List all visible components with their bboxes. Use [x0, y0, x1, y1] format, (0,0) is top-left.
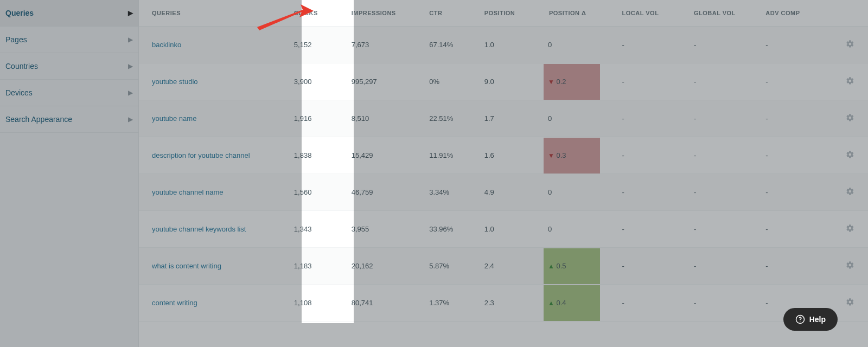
cell-position: 9.0 — [479, 63, 544, 100]
cell-ctr: 11.91% — [424, 137, 479, 174]
cell-ctr: 3.34% — [424, 174, 479, 211]
sidebar-item-label: Queries — [5, 9, 34, 17]
cell-query: youtube channel name — [139, 174, 289, 211]
cell-actions — [832, 248, 868, 285]
cell-impressions: 80,741 — [346, 285, 424, 322]
cell-query: description for youtube channel — [139, 137, 289, 174]
cell-clicks: 1,183 — [289, 248, 346, 285]
cell-ctr: 22.51% — [424, 100, 479, 137]
cell-actions — [832, 63, 868, 100]
table-row: what is content writing1,18320,1625.87%2… — [139, 248, 868, 285]
gear-icon[interactable] — [846, 42, 854, 50]
cell-query: youtube name — [139, 100, 289, 137]
query-link[interactable]: what is content writing — [152, 262, 221, 270]
cell-actions — [832, 27, 868, 63]
cell-local-vol: - — [617, 211, 688, 248]
cell-global-vol: - — [688, 137, 760, 174]
help-button[interactable]: Help — [783, 308, 838, 331]
query-link[interactable]: youtube channel keywords list — [152, 225, 246, 233]
cell-impressions: 20,162 — [346, 248, 424, 285]
cell-actions — [832, 137, 868, 174]
sidebar-item-label: Devices — [5, 88, 33, 97]
cell-position: 2.3 — [479, 285, 544, 322]
table-row: youtube studio3,900995,2970%9.0▼ 0.2--- — [139, 63, 868, 100]
gear-icon[interactable] — [846, 189, 854, 197]
cell-adv-comp: - — [760, 100, 832, 137]
query-link[interactable]: youtube channel name — [152, 188, 224, 196]
cell-query: what is content writing — [139, 248, 289, 285]
cell-actions — [832, 285, 868, 322]
cell-local-vol: - — [617, 100, 688, 137]
caret-right-icon: ▶ — [128, 36, 133, 43]
cell-impressions: 3,955 — [346, 211, 424, 248]
cell-impressions: 15,429 — [346, 137, 424, 174]
cell-query: backlinko — [139, 27, 289, 63]
arrow-up-icon: ▲ — [548, 262, 554, 270]
table-row: description for youtube channel1,83815,4… — [139, 137, 868, 174]
cell-position-delta: 0 — [544, 211, 617, 248]
cell-position-delta: ▲ 0.4 — [544, 285, 617, 322]
cell-actions — [832, 100, 868, 137]
cell-position: 1.7 — [479, 100, 544, 137]
gear-icon[interactable] — [846, 115, 854, 124]
sidebar-item-pages[interactable]: Pages ▶ — [0, 27, 138, 53]
query-link[interactable]: youtube name — [152, 114, 196, 123]
cell-clicks: 1,916 — [289, 100, 346, 137]
cell-ctr: 5.87% — [424, 248, 479, 285]
col-local-vol[interactable]: LOCAL VOL — [617, 0, 688, 27]
cell-clicks: 1,560 — [289, 174, 346, 211]
query-link[interactable]: description for youtube channel — [152, 151, 250, 159]
caret-right-icon: ▶ — [128, 9, 133, 17]
col-impressions[interactable]: IMPRESSIONS — [346, 0, 424, 27]
col-ctr[interactable]: CTR — [424, 0, 479, 27]
gear-icon[interactable] — [846, 79, 854, 87]
sidebar-item-label: Countries — [5, 62, 38, 70]
cell-actions — [832, 211, 868, 248]
cell-adv-comp: - — [760, 248, 832, 285]
col-clicks[interactable]: CLICKS — [289, 0, 346, 27]
cell-impressions: 7,673 — [346, 27, 424, 63]
cell-clicks: 1,343 — [289, 211, 346, 248]
sidebar-item-devices[interactable]: Devices ▶ — [0, 80, 138, 106]
col-position-delta[interactable]: POSITION Δ — [544, 0, 617, 27]
query-link[interactable]: backlinko — [152, 41, 181, 49]
sidebar-item-queries[interactable]: Queries ▶ — [0, 0, 138, 27]
cell-position: 1.0 — [479, 27, 544, 63]
cell-query: youtube studio — [139, 63, 289, 100]
sidebar-item-search-appearance[interactable]: Search Appearance ▶ — [0, 106, 138, 133]
arrow-down-icon: ▼ — [548, 78, 554, 86]
col-queries[interactable]: QUERIES — [139, 0, 289, 27]
gear-icon[interactable] — [846, 263, 854, 271]
cell-global-vol: - — [688, 174, 760, 211]
cell-adv-comp: - — [760, 174, 832, 211]
col-global-vol[interactable]: GLOBAL VOL — [688, 0, 760, 27]
sidebar-item-countries[interactable]: Countries ▶ — [0, 53, 138, 80]
cell-global-vol: - — [688, 100, 760, 137]
cell-impressions: 995,297 — [346, 63, 424, 100]
cell-local-vol: - — [617, 27, 688, 63]
table-row: youtube channel name1,56046,7593.34%4.90… — [139, 174, 868, 211]
cell-position: 1.6 — [479, 137, 544, 174]
cell-position-delta: 0 — [544, 27, 617, 63]
query-link[interactable]: youtube studio — [152, 78, 198, 86]
query-link[interactable]: content writing — [152, 299, 197, 307]
cell-actions — [832, 174, 868, 211]
cell-position-delta: ▲ 0.5 — [544, 248, 617, 285]
cell-impressions: 8,510 — [346, 100, 424, 137]
gear-icon[interactable] — [846, 300, 854, 308]
gear-icon[interactable] — [846, 226, 854, 234]
col-actions — [832, 0, 868, 27]
cell-adv-comp: - — [760, 211, 832, 248]
arrow-up-icon: ▲ — [548, 299, 554, 307]
cell-clicks: 3,900 — [289, 63, 346, 100]
table-row: youtube name1,9168,51022.51%1.70--- — [139, 100, 868, 137]
gear-icon[interactable] — [846, 152, 854, 160]
main-content: QUERIES CLICKS IMPRESSIONS CTR POSITION … — [139, 0, 868, 347]
col-position[interactable]: POSITION — [479, 0, 544, 27]
cell-adv-comp: - — [760, 137, 832, 174]
svg-point-1 — [800, 321, 800, 322]
col-adv-comp[interactable]: ADV COMP — [760, 0, 832, 27]
caret-right-icon: ▶ — [128, 89, 133, 97]
cell-global-vol: - — [688, 211, 760, 248]
cell-impressions: 46,759 — [346, 174, 424, 211]
